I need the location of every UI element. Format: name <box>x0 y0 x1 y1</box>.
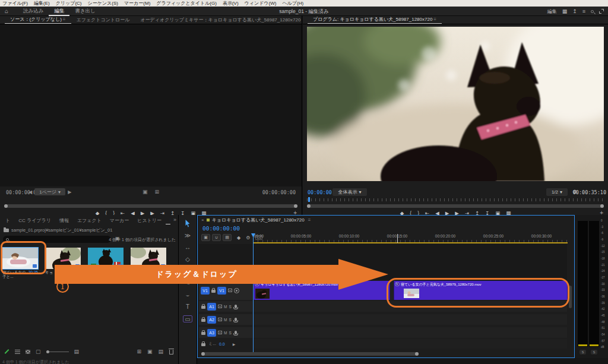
menu-item[interactable]: ファイル(F) <box>2 0 28 7</box>
tab-overflow-icon[interactable]: » <box>173 217 176 223</box>
source-patch-v1[interactable]: V1 <box>201 287 210 295</box>
source-zoom-scrollbar[interactable] <box>4 204 297 208</box>
sync-lock-icon[interactable] <box>228 289 232 292</box>
tab-history[interactable]: ヒストリー <box>133 217 166 224</box>
panel-menu-icon[interactable]: ≡ <box>433 17 436 22</box>
audio-track-lane-a3[interactable] <box>253 327 567 338</box>
sequence-tab[interactable]: × キョロキョロする黒い犬_58987_1280x720 ≡ <box>201 217 311 223</box>
home-icon[interactable]: ⌂ <box>5 8 8 14</box>
sync-lock-icon[interactable] <box>218 318 222 321</box>
track-lock-icon[interactable] <box>201 319 205 322</box>
master-track-lane[interactable] <box>253 339 567 349</box>
track-lock-icon[interactable] <box>201 306 205 309</box>
solo-left-button[interactable]: S <box>580 350 586 354</box>
new-bin-icon[interactable]: ▣ <box>147 349 153 354</box>
tab-bin-sample[interactable]: ビン: sampleビン_01≡ <box>166 217 170 224</box>
tab-cc-libraries[interactable]: CC ライブラリ <box>14 217 55 224</box>
type-tool[interactable]: T <box>186 303 189 311</box>
prev-page-icon[interactable]: ◀ <box>28 189 32 195</box>
program-mini-ruler[interactable] <box>307 198 604 201</box>
audio-track-patch[interactable]: A1 <box>207 303 216 311</box>
menu-item[interactable]: ヘルプ(H) <box>282 0 303 7</box>
meter-scale-label: -21 <box>601 264 605 267</box>
tab-effects[interactable]: エフェクト <box>73 217 106 224</box>
menu-item[interactable]: 編集(E) <box>34 0 50 7</box>
safe-margins-icon[interactable]: ▣ <box>142 189 148 195</box>
sync-lock-icon[interactable] <box>218 305 222 308</box>
program-playhead-marker[interactable] <box>308 197 310 202</box>
meter-scale-label: -30 <box>601 283 605 286</box>
breadcrumb[interactable]: sample_01.prproj¥sampleビン_01¥sampleビン_01 <box>4 227 112 233</box>
fit-dropdown[interactable]: 全体表示▾ <box>332 188 367 196</box>
track-lock-icon[interactable] <box>201 332 205 335</box>
audio-track-patch[interactable]: A2 <box>207 316 216 324</box>
menu-item[interactable]: シーケンス(S) <box>88 0 118 7</box>
tab-source[interactable]: ソース：(クリップなし)≡ <box>5 16 71 24</box>
selection-tool[interactable] <box>185 220 191 227</box>
track-target-v1[interactable]: V1 <box>217 287 226 295</box>
solo-button[interactable]: S <box>229 318 231 322</box>
menu-item[interactable]: 表示(V) <box>223 0 239 7</box>
track-lock-icon[interactable] <box>211 290 216 293</box>
window-layout-icon[interactable]: ▦ <box>562 8 568 14</box>
toggle-track-output-icon[interactable] <box>234 288 239 293</box>
track-select-forward-tool[interactable]: ≫ <box>185 232 191 239</box>
tab-import[interactable]: 読み込み <box>18 7 49 16</box>
automate-to-sequence-icon[interactable]: ⊞ <box>137 349 141 354</box>
timeline-horizontal-scrollbar[interactable] <box>201 352 419 356</box>
mute-button[interactable]: M <box>224 305 227 309</box>
timeline-timecode[interactable]: 00:00:00:00 <box>202 225 240 232</box>
voiceover-record-icon[interactable] <box>235 305 237 308</box>
menu-item[interactable]: グラフィックとタイトル(G) <box>156 0 217 7</box>
quick-export-icon[interactable]: ↥ <box>572 8 577 14</box>
tab-export[interactable]: 書き出し <box>69 7 100 16</box>
razor-tool[interactable]: ◇ <box>185 256 190 263</box>
close-icon[interactable]: × <box>201 217 204 223</box>
program-zoom-scrollbar[interactable] <box>307 204 604 208</box>
tab-edit[interactable]: 編集 <box>49 7 69 16</box>
sort-icon[interactable]: ▤ <box>74 349 80 354</box>
menu-item[interactable]: クリップ(C) <box>56 0 82 7</box>
voiceover-record-icon[interactable] <box>235 318 237 321</box>
work-area-bar[interactable] <box>253 242 568 243</box>
workspaces-icon[interactable]: ≡ <box>582 8 585 14</box>
tab-info[interactable]: 情報 <box>55 217 73 224</box>
hand-tool[interactable]: ⌣ <box>186 292 190 299</box>
rectangle-tool[interactable]: ▭ <box>183 315 192 322</box>
keyframe-nav-icon[interactable]: ▶ <box>233 342 236 346</box>
playback-resolution-dropdown[interactable]: 1/2▾ <box>546 188 568 196</box>
freeform-view-icon[interactable]: ▢ <box>36 349 41 354</box>
mute-button[interactable]: M <box>224 331 227 335</box>
track-lock-icon[interactable] <box>201 343 205 346</box>
fullscreen-icon[interactable] <box>599 9 604 14</box>
tab-project-truncated[interactable]: ト <box>1 217 14 224</box>
grid-overlay-icon[interactable]: ⊞ <box>155 189 160 195</box>
mute-button[interactable]: M <box>224 318 227 322</box>
tab-markers[interactable]: マーカー <box>106 217 133 224</box>
list-view-icon[interactable] <box>15 350 20 354</box>
solo-button[interactable]: S <box>229 331 231 335</box>
tab-program[interactable]: プログラム: キョロキョロする黒い犬_58987_1280x720≡ <box>308 16 442 24</box>
voiceover-record-icon[interactable] <box>235 331 237 334</box>
new-item-icon[interactable]: ▤ <box>158 349 163 354</box>
icon-view-icon[interactable] <box>26 350 30 354</box>
audio-track-patch[interactable]: A3 <box>207 329 216 337</box>
ripple-edit-tool[interactable]: ↔ <box>185 244 191 251</box>
audio-track-lane-a2[interactable] <box>253 314 567 325</box>
thumbnail-zoom-slider[interactable] <box>46 352 69 352</box>
workspace-label[interactable]: 編集 <box>547 8 557 15</box>
menu-item[interactable]: マーカー(M) <box>124 0 150 7</box>
sync-lock-icon[interactable] <box>218 331 222 334</box>
solo-right-button[interactable]: S <box>591 350 597 354</box>
panel-menu-icon[interactable]: ≡ <box>63 17 66 22</box>
next-page-icon[interactable]: ▶ <box>68 189 71 195</box>
panel-menu-icon[interactable]: ≡ <box>308 217 311 223</box>
solo-button[interactable]: S <box>229 305 231 309</box>
tab-effect-controls[interactable]: エフェクトコントロール <box>71 17 135 24</box>
page-dropdown[interactable]: 1ページ▾ <box>34 188 65 195</box>
master-gain-value[interactable]: 0.0 <box>219 342 225 346</box>
delete-icon[interactable] <box>169 350 173 354</box>
search-icon[interactable] <box>591 10 594 13</box>
tab-audio-clip-mixer[interactable]: オーディオクリップミキサー：キョロキョロする黒い犬_58987_1280x720 <box>135 17 302 24</box>
menu-item[interactable]: ウィンドウ(W) <box>245 0 277 7</box>
